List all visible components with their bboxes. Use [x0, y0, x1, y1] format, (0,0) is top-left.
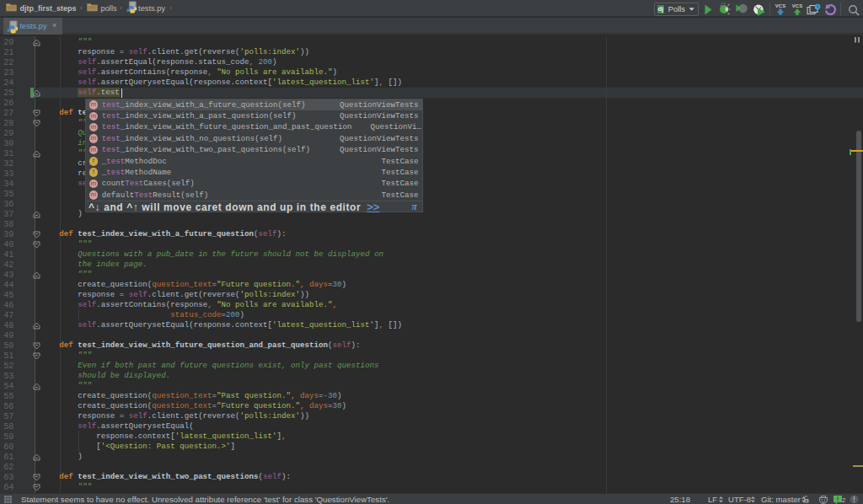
svg-text:VCS: VCS — [775, 3, 785, 8]
svg-text:VCS: VCS — [792, 3, 802, 8]
